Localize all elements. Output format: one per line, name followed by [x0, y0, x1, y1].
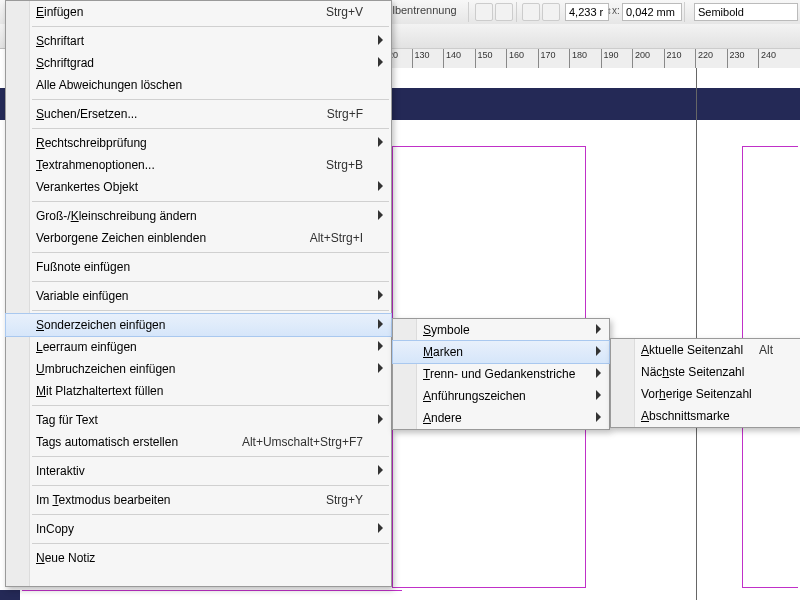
submenu-arrow-icon: [596, 346, 601, 356]
submenu-arrow-icon: [378, 57, 383, 67]
submenu-sonderzeichen-item-1[interactable]: Marken: [393, 341, 609, 363]
toolbar-separator: [684, 2, 685, 22]
main-menu-item-17[interactable]: Variable einfügen: [6, 285, 391, 307]
menu-item-label: Verankertes Objekt: [36, 180, 138, 194]
submenu-marken: Aktuelle SeitenzahlAltNächste Seitenzahl…: [610, 338, 800, 428]
ruler-tick: 150: [475, 49, 493, 69]
main-menu-item-15[interactable]: Fußnote einfügen: [6, 256, 391, 278]
ruler-tick: 240: [758, 49, 776, 69]
main-menu-item-22[interactable]: Mit Platzhaltertext füllen: [6, 380, 391, 402]
menu-separator: [32, 543, 389, 544]
toolbar-separator: [468, 2, 469, 22]
bottom-blue-square: [0, 590, 20, 600]
submenu-arrow-icon: [378, 319, 383, 329]
submenu-marken-item-0[interactable]: Aktuelle SeitenzahlAlt: [611, 339, 800, 361]
toolbar-separator: [516, 2, 517, 22]
ruler-tick: 170: [538, 49, 556, 69]
menu-item-shortcut: Strg+B: [326, 154, 363, 176]
main-menu-item-31[interactable]: InCopy: [6, 518, 391, 540]
menu-item-label: Andere: [423, 411, 462, 425]
grid-icon[interactable]: [522, 3, 540, 21]
main-menu-item-19[interactable]: Sonderzeichen einfügen: [6, 314, 391, 336]
ruler-tick: 210: [664, 49, 682, 69]
submenu-arrow-icon: [378, 414, 383, 424]
menu-item-label: Marken: [423, 345, 463, 359]
submenu-sonderzeichen-item-0[interactable]: Symbole: [393, 319, 609, 341]
submenu-arrow-icon: [378, 137, 383, 147]
main-menu-item-25[interactable]: Tags automatisch erstellenAlt+Umschalt+S…: [6, 431, 391, 453]
align-icon[interactable]: [475, 3, 493, 21]
menu-item-shortcut: Strg+F: [327, 103, 363, 125]
submenu-arrow-icon: [596, 368, 601, 378]
menu-separator: [32, 128, 389, 129]
submenu-marken-item-3[interactable]: Abschnittsmarke: [611, 405, 800, 427]
menu-item-label: Im Textmodus bearbeiten: [36, 493, 171, 507]
submenu-marken-item-1[interactable]: Nächste Seitenzahl: [611, 361, 800, 383]
measure-field-2[interactable]: 0,042 mm: [622, 3, 682, 21]
menu-item-label: Aktuelle Seitenzahl: [641, 343, 743, 357]
menu-item-label: Fußnote einfügen: [36, 260, 130, 274]
horizontal-ruler: 120130140150160170180190200210220230240: [380, 48, 800, 70]
menu-item-shortcut: Alt+Strg+I: [310, 227, 363, 249]
main-menu-item-33[interactable]: Neue Notiz: [6, 547, 391, 569]
menu-separator: [32, 514, 389, 515]
menu-separator: [32, 485, 389, 486]
submenu-arrow-icon: [378, 523, 383, 533]
submenu-sonderzeichen-item-2[interactable]: Trenn- und Gedankenstriche: [393, 363, 609, 385]
page-spine: [696, 68, 697, 600]
main-menu-item-21[interactable]: Umbruchzeichen einfügen: [6, 358, 391, 380]
main-dropdown-menu: EinfügenStrg+VSchriftartSchriftgradAlle …: [5, 0, 392, 587]
menu-separator: [32, 281, 389, 282]
menu-separator: [32, 26, 389, 27]
submenu-arrow-icon: [596, 390, 601, 400]
align-icon-2[interactable]: [495, 3, 513, 21]
menu-item-label: Vorherige Seitenzahl: [641, 387, 752, 401]
main-menu-item-8[interactable]: Rechtschreibprüfung: [6, 132, 391, 154]
main-menu-item-3[interactable]: Schriftgrad: [6, 52, 391, 74]
menu-separator: [32, 252, 389, 253]
menu-item-label: Tag für Text: [36, 413, 98, 427]
grid-icon-2[interactable]: [542, 3, 560, 21]
main-menu-item-2[interactable]: Schriftart: [6, 30, 391, 52]
submenu-arrow-icon: [378, 341, 383, 351]
submenu-arrow-icon: [378, 363, 383, 373]
submenu-sonderzeichen-item-3[interactable]: Anführungszeichen: [393, 385, 609, 407]
menu-item-label: Nächste Seitenzahl: [641, 365, 744, 379]
menu-item-label: Textrahmenoptionen...: [36, 158, 155, 172]
main-menu-item-13[interactable]: Verborgene Zeichen einblendenAlt+Strg+I: [6, 227, 391, 249]
main-menu-item-0[interactable]: EinfügenStrg+V: [6, 1, 391, 23]
menu-item-label: Alle Abweichungen löschen: [36, 78, 182, 92]
submenu-arrow-icon: [596, 412, 601, 422]
menu-separator: [32, 310, 389, 311]
font-style-field[interactable]: Semibold: [694, 3, 798, 21]
menu-item-shortcut: Strg+V: [326, 1, 363, 23]
main-menu-item-12[interactable]: Groß-/Kleinschreibung ändern: [6, 205, 391, 227]
menu-item-label: Groß-/Kleinschreibung ändern: [36, 209, 197, 223]
submenu-marken-item-2[interactable]: Vorherige Seitenzahl: [611, 383, 800, 405]
submenu-arrow-icon: [378, 290, 383, 300]
menu-separator: [32, 99, 389, 100]
main-menu-item-4[interactable]: Alle Abweichungen löschen: [6, 74, 391, 96]
main-menu-item-27[interactable]: Interaktiv: [6, 460, 391, 482]
submenu-sonderzeichen-item-4[interactable]: Andere: [393, 407, 609, 429]
menu-item-shortcut: Alt: [759, 339, 773, 361]
main-menu-item-9[interactable]: Textrahmenoptionen...Strg+B: [6, 154, 391, 176]
menu-item-label: Sonderzeichen einfügen: [36, 318, 165, 332]
menu-item-label: Umbruchzeichen einfügen: [36, 362, 175, 376]
menu-separator: [32, 201, 389, 202]
menu-item-label: Schriftgrad: [36, 56, 94, 70]
submenu-arrow-icon: [378, 181, 383, 191]
main-menu-item-29[interactable]: Im Textmodus bearbeitenStrg+Y: [6, 489, 391, 511]
menu-item-label: Variable einfügen: [36, 289, 129, 303]
submenu-arrow-icon: [596, 324, 601, 334]
menu-item-label: Tags automatisch erstellen: [36, 435, 178, 449]
measure-field-1[interactable]: 4,233 r: [565, 3, 609, 21]
menu-item-label: Interaktiv: [36, 464, 85, 478]
main-menu-item-24[interactable]: Tag für Text: [6, 409, 391, 431]
menu-separator: [32, 456, 389, 457]
main-menu-item-6[interactable]: Suchen/Ersetzen...Strg+F: [6, 103, 391, 125]
ruler-tick: 160: [506, 49, 524, 69]
submenu-arrow-icon: [378, 465, 383, 475]
main-menu-item-20[interactable]: Leerraum einfügen: [6, 336, 391, 358]
main-menu-item-10[interactable]: Verankertes Objekt: [6, 176, 391, 198]
